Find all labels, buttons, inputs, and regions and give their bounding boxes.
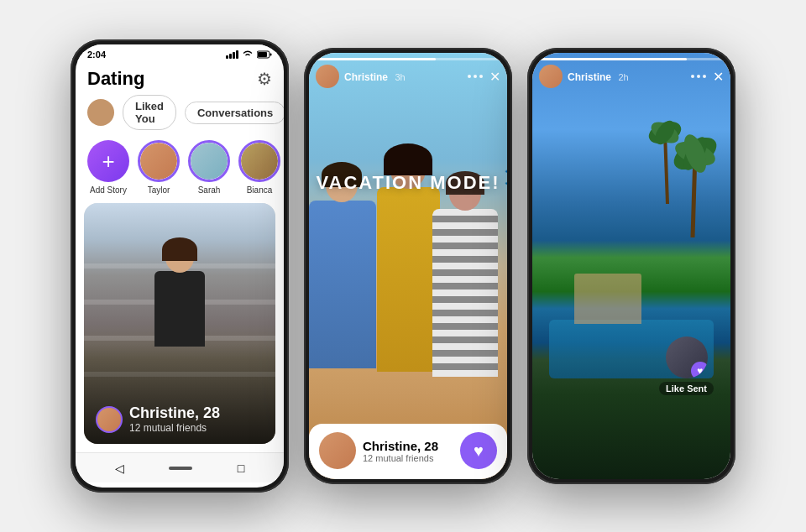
svg-rect-1 bbox=[258, 52, 267, 57]
wifi-icon bbox=[242, 50, 254, 59]
story-username-3: Christine bbox=[568, 71, 611, 83]
story-time-2: 3h bbox=[395, 72, 405, 82]
settings-icon[interactable]: ⚙ bbox=[257, 69, 272, 89]
story-profile-meta-2: 12 mutual friends bbox=[363, 453, 438, 463]
dating-header: Dating ⚙ bbox=[76, 61, 284, 95]
story-avatar-sm-3 bbox=[539, 65, 563, 88]
profile-info-row: Christine, 28 12 mutual friends bbox=[96, 404, 264, 434]
story-user-text-2: Christine 3h bbox=[344, 69, 406, 84]
story-progress-2 bbox=[316, 58, 500, 60]
story-progress-3 bbox=[539, 58, 724, 60]
like-sent-heart-icon: ♥ bbox=[691, 362, 708, 378]
stories-row: + Add Story Taylor bbox=[76, 137, 284, 203]
story-progress-fill-2 bbox=[316, 58, 436, 60]
palm-tree-left bbox=[646, 78, 688, 204]
taylor-avatar bbox=[138, 140, 180, 182]
story-user-info-2: Christine 3h bbox=[316, 65, 406, 88]
app-title: Dating bbox=[87, 68, 144, 90]
plus-icon: + bbox=[102, 150, 114, 172]
status-icons bbox=[226, 50, 272, 59]
story-time-3: 2h bbox=[618, 72, 628, 82]
sarah-avatar bbox=[188, 140, 230, 182]
sarah-label: Sarah bbox=[198, 185, 221, 195]
profile-meta: 12 mutual friends bbox=[129, 422, 220, 434]
profile-overlay: Christine, 28 12 mutual friends bbox=[84, 343, 275, 444]
svg-rect-2 bbox=[270, 54, 272, 56]
phone-3: ♥ Like Sent Christine 2h bbox=[527, 48, 735, 484]
recents-nav-btn[interactable]: □ bbox=[238, 462, 244, 475]
story-progress-fill-3 bbox=[539, 58, 687, 60]
story-bianca[interactable]: Bianca bbox=[238, 140, 280, 195]
add-story-label: Add Story bbox=[90, 185, 127, 195]
svg-line-8 bbox=[665, 133, 667, 204]
bianca-avatar bbox=[238, 140, 280, 182]
status-time: 2:04 bbox=[87, 50, 106, 60]
story-view-3: ♥ Like Sent Christine 2h bbox=[532, 53, 730, 479]
dating-app: Dating ⚙ Liked You Conversations + Add bbox=[76, 61, 284, 482]
profile-name: Christine, 28 bbox=[129, 404, 220, 422]
like-sent-overlay: ♥ Like Sent bbox=[659, 336, 714, 395]
profile-card[interactable]: Christine, 28 12 mutual friends bbox=[84, 203, 275, 444]
story-user-text-3: Christine 2h bbox=[568, 69, 629, 84]
battery-icon bbox=[257, 50, 272, 59]
tabs-row: Liked You Conversations bbox=[76, 95, 284, 137]
story-username-2: Christine bbox=[344, 71, 388, 83]
story-taylor[interactable]: Taylor bbox=[138, 140, 180, 195]
resort-bg bbox=[532, 53, 730, 479]
story-profile-left-2: Christine, 28 12 mutual friends bbox=[319, 432, 438, 469]
story-user-info-3: Christine 2h bbox=[539, 65, 629, 88]
home-nav-btn[interactable] bbox=[169, 467, 192, 470]
story-header-2: Christine 3h ✕ bbox=[316, 65, 500, 88]
conversations-tab[interactable]: Conversations bbox=[185, 102, 284, 124]
status-bar-1: 2:04 bbox=[76, 44, 284, 61]
taylor-label: Taylor bbox=[148, 185, 170, 195]
story-sarah[interactable]: Sarah bbox=[188, 140, 230, 195]
resort-building bbox=[574, 274, 641, 324]
nav-bar-1: ◁ □ bbox=[76, 452, 284, 482]
plane-emoji: ✈️ bbox=[504, 169, 507, 192]
vacation-text-overlay: VACATION MODE! ✈️ bbox=[316, 172, 500, 194]
phone-1: 2:04 bbox=[71, 39, 289, 493]
like-sent-label: Like Sent bbox=[659, 382, 714, 395]
dots-menu-3[interactable] bbox=[691, 75, 706, 78]
dots-menu-2[interactable] bbox=[468, 75, 483, 78]
liked-you-tab[interactable]: Liked You bbox=[123, 95, 176, 130]
close-story-2[interactable]: ✕ bbox=[489, 69, 500, 85]
story-profile-avatar-2 bbox=[319, 432, 356, 469]
vacation-label: VACATION MODE! bbox=[316, 172, 500, 193]
close-story-3[interactable]: ✕ bbox=[713, 69, 724, 85]
story-actions-2: ✕ bbox=[468, 69, 500, 85]
story-actions-3: ✕ bbox=[691, 69, 724, 85]
like-button-2[interactable]: ♥ bbox=[460, 432, 497, 469]
signal-icon bbox=[226, 50, 238, 59]
back-nav-btn[interactable]: ◁ bbox=[115, 462, 124, 475]
like-sent-avatar: ♥ bbox=[666, 336, 708, 378]
story-profile-text-2: Christine, 28 12 mutual friends bbox=[363, 439, 438, 463]
story-view-2: VACATION MODE! ✈️ Christine 3h bbox=[309, 53, 507, 479]
story-profile-name-2: Christine, 28 bbox=[363, 439, 438, 453]
add-story-circle: + bbox=[87, 140, 129, 182]
add-story-item[interactable]: + Add Story bbox=[87, 140, 129, 195]
bianca-label: Bianca bbox=[247, 185, 273, 195]
phone-2: VACATION MODE! ✈️ Christine 3h bbox=[304, 48, 512, 484]
profile-text: Christine, 28 12 mutual friends bbox=[129, 404, 220, 434]
story-avatar-sm-2 bbox=[316, 65, 339, 88]
profile-avatar-small bbox=[96, 406, 123, 433]
story-header-3: Christine 2h ✕ bbox=[539, 65, 724, 88]
profile-thumb-tab bbox=[87, 99, 114, 126]
story-profile-card-2: Christine, 28 12 mutual friends ♥ bbox=[309, 424, 507, 479]
